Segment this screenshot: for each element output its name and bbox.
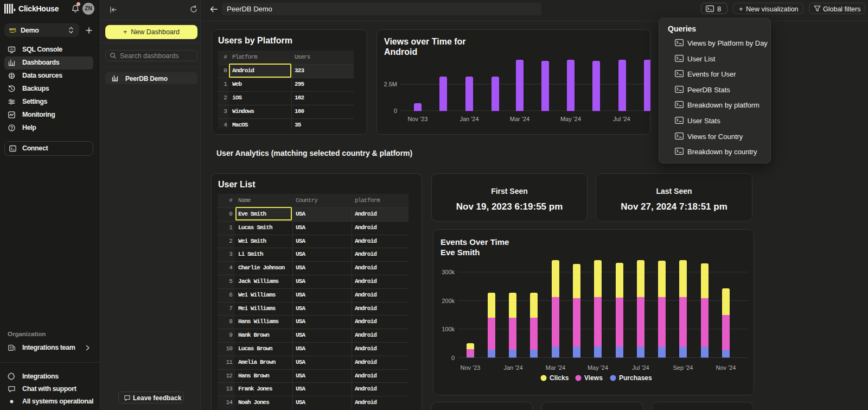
svg-text:May '24: May '24 [560,116,581,122]
svg-text:100k: 100k [442,326,455,332]
svg-text:300k: 300k [442,269,455,275]
svg-text:Nov '24: Nov '24 [716,364,736,371]
svg-text:Clicks: Clicks [550,374,569,382]
svg-text:2.5M: 2.5M [384,81,397,87]
svg-text:aws: aws [9,27,16,31]
svg-text:Nov '23: Nov '23 [461,364,481,371]
svg-text:Sep '24: Sep '24 [673,364,693,371]
svg-text:Purchases: Purchases [619,374,652,382]
svg-text:May '24: May '24 [588,364,608,371]
svg-text:Jan '24: Jan '24 [459,116,478,122]
svg-text:Jul '24: Jul '24 [632,364,649,371]
svg-text:Nov '23: Nov '23 [408,116,428,122]
svg-text:200k: 200k [442,298,455,304]
svg-text:Mar '24: Mar '24 [546,364,565,371]
svg-text:Jul '24: Jul '24 [613,116,630,122]
svg-text:Jan '24: Jan '24 [503,364,522,371]
svg-text:0: 0 [451,355,455,361]
svg-text:0: 0 [394,108,397,114]
svg-text:Views: Views [584,374,603,382]
svg-text:Mar '24: Mar '24 [510,116,529,122]
